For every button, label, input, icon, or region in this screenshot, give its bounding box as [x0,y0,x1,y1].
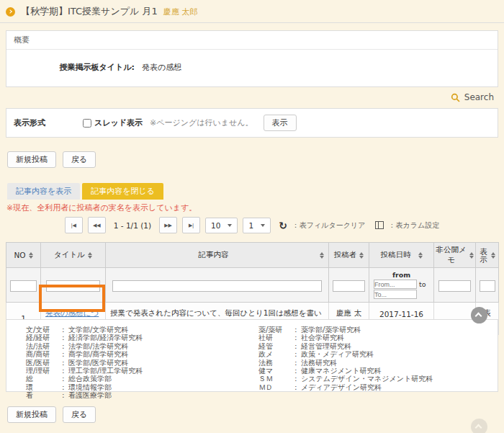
sort-icon[interactable] [29,252,33,259]
legend-item: ＭＤ：メディアデザイン研究科 [258,383,433,391]
legend-item: 総：総合政策学部 [26,375,238,383]
content-tabs: 記事内容を表示 記事内容を閉じる [7,183,163,200]
table-header-row: NO タイトル 記事内容 投稿者 投稿日時 非公開メモ 表示 [6,243,499,268]
search-label: Search [464,92,494,102]
legend-item: 商/商研：商学部/商学研究科 [26,350,238,358]
back-button[interactable]: 戻る [63,151,96,168]
legend-item: 経/経研：経済学部/経済学研究科 [26,334,238,342]
search-link[interactable]: Search [451,92,494,102]
header-display[interactable]: 表示 [476,243,499,268]
legend-item: ＳＭ：システムデザイン・マネジメント研究科 [258,375,433,383]
legend-column-left: 文/文研：文学部/文学研究科 経/経研：経済学部/経済学研究科 法/法研：法学部… [26,326,238,391]
legend-item: 看：看護医療学部 [26,391,238,399]
page-title: 【秋学期】ITC授業サンプル 月1 [21,5,158,18]
legend-column-right: 薬/薬研：薬学部/薬学研究科 社研：社会学研究科 経管：経営管理研究科 政メ：政… [258,326,433,391]
filter-no-input[interactable] [10,280,37,292]
filter-from-label: from [372,271,431,279]
legend-item: 経管：経営管理研究科 [258,342,433,350]
page-number-select[interactable]: 1 [243,218,271,233]
sort-icon[interactable] [320,252,324,259]
page-size-value: 10 [211,221,220,230]
legend-item: 環：環境情報学部 [26,383,238,391]
chevron-up-icon [475,313,482,320]
prev-page-button[interactable]: ◀◀ [88,217,106,233]
last-page-button[interactable]: ▶| [182,217,200,233]
table-filter-row: from to [6,268,499,303]
page: 【秋学期】ITC授業サンプル 月1 慶應 太郎 概要 授業掲示板タイトル: 発表… [0,0,504,433]
filter-date-from-input[interactable] [374,280,417,289]
sort-icon[interactable] [88,252,92,259]
header-divider [0,22,504,23]
filter-content-input[interactable] [112,280,322,292]
sort-icon[interactable] [469,252,474,259]
real-name-notice: ※現在、全利用者に投稿者の実名を表示しています。 [6,202,197,213]
thread-display-checkbox[interactable] [83,119,91,128]
next-page-button[interactable]: ▶▶ [159,217,177,233]
legend-item: 理/理研：理工学部/理工学研究科 [26,367,238,375]
page-number-value: 1 [248,221,253,230]
tab-close-article-content[interactable]: 記事内容を閉じる [82,183,163,200]
new-post-button-bottom[interactable]: 新規投稿 [7,406,56,423]
sort-icon[interactable] [418,252,423,259]
sort-icon[interactable] [359,252,364,259]
header-author[interactable]: 投稿者 [329,243,369,268]
column-config-label: ：表カラム設定 [389,220,440,231]
chevron-right-circle-icon [6,7,15,17]
overview-panel-title: 概要 [6,31,498,50]
overview-field-row: 授業掲示板タイトル: 発表の感想 [6,62,498,73]
thread-display-checkbox-label[interactable]: スレッド表示 [94,117,143,128]
paging-note: ※ページングは行いません。 [150,117,253,128]
header-date[interactable]: 投稿日時 [369,243,434,268]
search-icon [451,93,460,102]
legend-item: 法/法研：法学部/法学研究科 [26,342,238,350]
faculty-legend-panel: 文/文研：文学部/文学研究科 経/経研：経済学部/経済学研究科 法/法研：法学部… [6,319,498,392]
top-actions: 新規投稿 戻る [7,151,96,168]
chevron-up-icon [475,424,482,432]
filter-title-input[interactable] [46,280,100,292]
table-columns-icon[interactable] [375,221,384,229]
page-info: 1 - 1/1 (1) [114,221,151,230]
filter-date-to-input[interactable] [374,290,417,299]
bottom-actions: 新規投稿 戻る [7,406,96,423]
board-title-label: 授業掲示板タイトル: [6,62,135,73]
legend-item: 健マ：健康マネジメント研究科 [258,367,433,375]
page-header: 【秋学期】ITC授業サンプル 月1 慶應 太郎 [6,5,197,18]
filter-memo-input[interactable] [438,280,472,292]
filter-display-input[interactable] [480,280,495,292]
pagination-bar: |◀ ◀◀ 1 - 1/1 (1) ▶▶ ▶| 10 1 ↻ ：表フィルタークリ… [0,217,504,233]
scroll-to-top-button[interactable] [471,307,487,323]
caret-down-icon [228,224,232,227]
filter-author-input[interactable] [333,280,364,292]
tab-show-article-content[interactable]: 記事内容を表示 [7,183,80,200]
caret-down-icon [261,224,265,227]
user-name: 慶應 太郎 [163,6,198,17]
sort-icon[interactable] [491,252,495,259]
header-memo[interactable]: 非公開メモ [434,243,476,268]
header-no[interactable]: NO [6,243,41,268]
legend-item: 政メ：政策・メディア研究科 [258,350,433,358]
legend-item: 医/医研：医学部/医学研究科 [26,359,238,367]
legend-item: 薬/薬研：薬学部/薬学研究科 [258,326,433,334]
first-page-button[interactable]: |◀ [65,217,83,233]
header-title[interactable]: タイトル [41,243,106,268]
board-title-value: 発表の感想 [142,62,181,73]
scroll-to-top-button-faded[interactable] [471,419,487,433]
legend-item: 法務：法務研究科 [258,359,433,367]
display-format-label: 表示形式 [14,117,83,128]
filter-date-group: from to [372,271,431,299]
filter-clear-icon[interactable]: ↻ [279,220,287,231]
header-content[interactable]: 記事内容 [106,243,329,268]
legend-item: 文/文研：文学部/文学研究科 [26,326,238,334]
legend-item: 社研：社会学研究科 [258,334,433,342]
new-post-button[interactable]: 新規投稿 [7,151,56,168]
overview-panel: 概要 授業掲示板タイトル: 発表の感想 [6,30,498,87]
display-button[interactable]: 表示 [264,115,297,131]
filter-to-label: to [419,280,426,288]
display-format-panel: 表示形式 スレッド表示 ※ページングは行いません。 表示 [6,108,498,138]
filter-clear-label: ：表フィルタークリア [292,220,366,231]
page-size-select[interactable]: 10 [205,218,238,233]
back-button-bottom[interactable]: 戻る [63,406,96,423]
